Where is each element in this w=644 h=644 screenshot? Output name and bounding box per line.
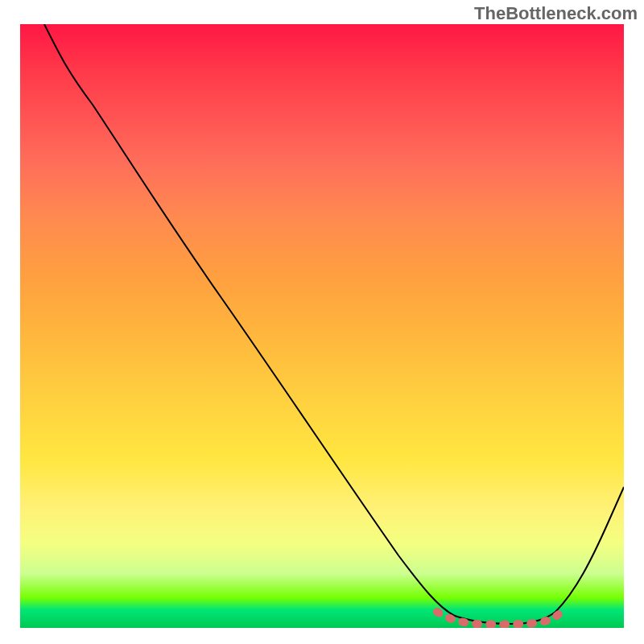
- highlight-segment: [437, 612, 561, 625]
- curve-svg: [20, 24, 624, 628]
- chart-container: TheBottleneck.com: [0, 0, 644, 644]
- plot-area: [20, 24, 624, 628]
- main-curve: [44, 24, 624, 624]
- watermark-label: TheBottleneck.com: [474, 3, 638, 24]
